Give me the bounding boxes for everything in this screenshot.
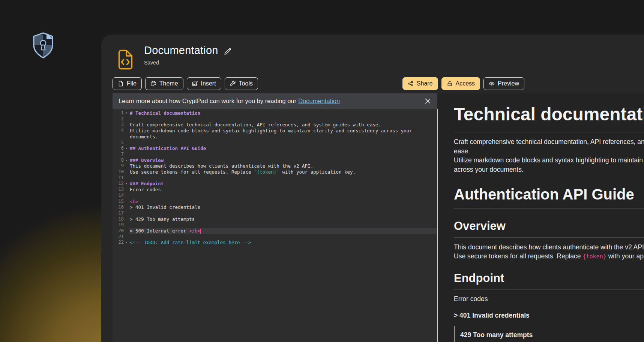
fold-gutter: [124, 199, 129, 205]
code-segment: > 401 Invalid credentials: [130, 204, 200, 210]
editor-line[interactable]: 18> 429 Too many attempts: [113, 216, 437, 222]
preview-text: Craft comprehensive technical documentat…: [454, 138, 644, 155]
eye-icon: [489, 81, 495, 87]
share-label: Share: [417, 80, 433, 87]
file-menu-button[interactable]: File: [113, 77, 142, 90]
workspace: Learn more about how CryptPad can work f…: [113, 93, 644, 342]
share-icon: [408, 81, 414, 87]
code-editor[interactable]: 1▾# Technical documentation23Craft compr…: [113, 109, 437, 342]
fold-gutter: [124, 228, 129, 234]
line-number: 13: [113, 187, 124, 193]
cryptpad-code-app: Documentation Saved File Theme Insert: [0, 0, 644, 342]
insert-menu-button[interactable]: Insert: [187, 77, 221, 90]
code-segment: <!-- TODO: Add rate-limit examples here …: [130, 240, 251, 245]
close-banner-icon[interactable]: [424, 98, 431, 105]
theme-menu-button[interactable]: Theme: [145, 77, 183, 90]
line-content: > 500 Internal error </b>: [129, 228, 437, 234]
editor-line[interactable]: 8▾### Overview: [113, 158, 437, 164]
line-number: 11: [113, 175, 124, 181]
editor-line[interactable]: 6▾## Authentication API Guide: [113, 146, 437, 152]
line-content: [129, 222, 437, 228]
preview-button[interactable]: Preview: [483, 77, 524, 90]
document-title[interactable]: Documentation: [144, 44, 218, 57]
preview-h2: Authentication API Guide: [454, 184, 644, 209]
preview-text: 429 Too many attempts: [460, 331, 533, 339]
editor-line[interactable]: 15<b>: [113, 199, 437, 205]
editor-line[interactable]: 21: [113, 234, 437, 240]
code-segment: ### Endpoint: [130, 181, 164, 186]
line-number: 6: [113, 146, 124, 152]
line-number: 12: [113, 181, 124, 187]
preview-content: Technical documentationCraft comprehensi…: [454, 102, 644, 342]
share-button[interactable]: Share: [402, 77, 438, 90]
access-button[interactable]: Access: [441, 77, 480, 90]
line-content: [129, 152, 437, 158]
fold-gutter: [124, 234, 129, 240]
line-content: [129, 175, 437, 181]
editor-line[interactable]: 3Craft comprehensive technical documenta…: [113, 122, 437, 128]
insert-menu-label: Insert: [201, 80, 216, 87]
code-segment: Error codes: [130, 187, 161, 192]
preview-text: Use secure tokens for all requests. Repl…: [454, 252, 582, 260]
editor-line[interactable]: 19: [113, 222, 437, 228]
fold-gutter: [124, 187, 129, 193]
fold-arrow-icon[interactable]: ▾: [124, 240, 129, 246]
editor-line[interactable]: 10Use secure tokens for all requests. Re…: [113, 169, 437, 175]
editor-line[interactable]: 2: [113, 116, 437, 122]
fold-arrow-icon[interactable]: ▾: [124, 181, 129, 187]
line-content: [129, 193, 437, 199]
preview-text: This document describes how clients auth…: [454, 243, 644, 251]
editor-line[interactable]: 22▾<!-- TODO: Add rate-limit examples he…: [113, 240, 437, 246]
markdown-preview-pane[interactable]: Technical documentationCraft comprehensi…: [438, 93, 644, 342]
preview-p: Craft comprehensive technical documentat…: [454, 137, 644, 174]
editor-line[interactable]: 11: [113, 175, 437, 181]
editor-line[interactable]: 4Utilize markdown code blocks and syntax…: [113, 128, 437, 140]
fold-gutter: [124, 140, 129, 146]
line-content: Utilize markdown code blocks and syntax …: [129, 128, 437, 140]
editor-line[interactable]: 12▾### Endpoint: [113, 181, 437, 187]
preview-h3: Endpoint: [454, 270, 644, 290]
editor-line[interactable]: 9This document describes how clients aut…: [113, 163, 437, 169]
code-segment: This document describes how clients auth…: [130, 163, 313, 169]
line-content: <b>: [129, 199, 437, 205]
line-number: 3: [113, 122, 124, 128]
editor-line[interactable]: 17: [113, 210, 437, 216]
editor-column: Learn more about how CryptPad can work f…: [113, 93, 437, 342]
code-segment: Utilize markdown code blocks and syntax …: [130, 128, 415, 140]
fold-gutter: [124, 175, 129, 181]
line-content: Craft comprehensive technical documentat…: [129, 122, 437, 128]
tools-menu-button[interactable]: Tools: [225, 77, 258, 90]
line-number: 10: [113, 169, 124, 175]
line-content: > 429 Too many attempts: [129, 216, 437, 222]
fold-arrow-icon[interactable]: ▾: [124, 158, 129, 164]
edit-title-icon[interactable]: [224, 47, 232, 56]
editor-line[interactable]: 1▾# Technical documentation: [113, 110, 437, 116]
documentation-link[interactable]: Documentation: [298, 98, 340, 104]
line-content: ## Authentication API Guide: [129, 146, 437, 152]
cryptpad-shield-logo[interactable]: [32, 32, 55, 60]
line-number: 8: [113, 158, 124, 164]
editor-line[interactable]: 5: [113, 140, 437, 146]
fold-gutter: [124, 128, 129, 140]
editor-line[interactable]: 13Error codes: [113, 187, 437, 193]
fold-arrow-icon[interactable]: ▾: [124, 110, 129, 116]
wrench-icon: [230, 81, 236, 87]
preview-text: Overview: [454, 219, 506, 232]
save-status: Saved: [144, 60, 232, 66]
editor-line[interactable]: 7: [113, 152, 437, 158]
line-number: 5: [113, 140, 124, 146]
preview-h3: Overview: [454, 218, 644, 237]
line-number: 20: [113, 228, 124, 234]
fold-arrow-icon[interactable]: ▾: [124, 146, 129, 152]
editor-line[interactable]: 20> 500 Internal error </b>: [113, 228, 437, 234]
line-content: [129, 234, 437, 240]
editor-line[interactable]: 14: [113, 193, 437, 199]
palette-icon: [150, 81, 156, 87]
file-icon: [118, 81, 124, 87]
preview-text: Authentication API Guide: [454, 186, 634, 202]
preview-text: Endpoint: [454, 272, 504, 285]
code-segment: > 500 Internal error: [130, 228, 189, 234]
editor-line[interactable]: 16> 401 Invalid credentials: [113, 204, 437, 210]
line-content: [129, 116, 437, 122]
line-content: Use secure tokens for all requests. Repl…: [129, 169, 437, 175]
